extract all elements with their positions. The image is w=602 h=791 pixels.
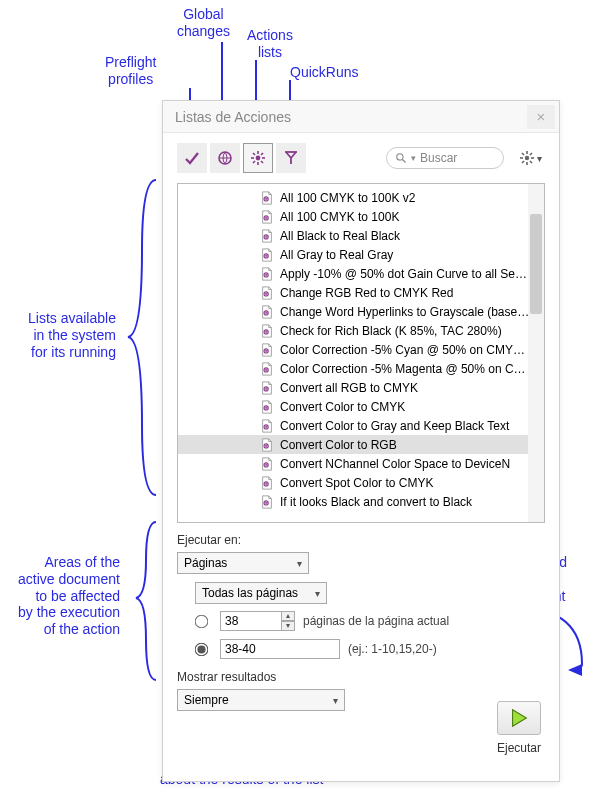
action-list-icon	[258, 381, 276, 395]
list-item-label: Convert Color to CMYK	[280, 400, 544, 414]
action-list-icon	[258, 400, 276, 414]
show-results-select[interactable]: Siempre▾	[177, 689, 345, 711]
search-placeholder: Buscar	[420, 151, 457, 165]
list-item[interactable]: All Gray to Real Gray	[178, 245, 544, 264]
list-item-label: Convert Color to RGB	[280, 438, 544, 452]
ann-lists-available: Lists available in the system for its ru…	[28, 310, 116, 360]
close-button[interactable]: ×	[527, 105, 555, 129]
scope-select[interactable]: Páginas▾	[177, 552, 309, 574]
action-list-icon	[258, 419, 276, 433]
page-range-hint: (ej.: 1-10,15,20-)	[348, 642, 437, 656]
page-range-radio[interactable]	[195, 642, 209, 656]
search-caret-icon: ▾	[411, 153, 416, 163]
action-list-icon	[258, 457, 276, 471]
run-button-caption: Ejecutar	[493, 741, 545, 755]
list-item[interactable]: Check for Rich Black (K 85%, TAC 280%)	[178, 321, 544, 340]
quickruns-button[interactable]	[276, 143, 306, 173]
svg-line-22	[522, 153, 524, 155]
list-item[interactable]: All 100 CMYK to 100K v2	[178, 188, 544, 207]
action-list-icon	[258, 343, 276, 357]
execute-on-heading: Ejecutar en:	[177, 533, 545, 547]
action-list-icon	[258, 248, 276, 262]
action-list-icon	[258, 286, 276, 300]
svg-line-25	[522, 161, 524, 163]
global-changes-button[interactable]	[210, 143, 240, 173]
actions-list-dialog: Listas de Acciones × ▾	[162, 100, 560, 782]
action-list-icon	[258, 229, 276, 243]
list-item-label: Color Correction -5% Magenta @ 50% on C…	[280, 362, 544, 376]
list-item-label: Change RGB Red to CMYK Red	[280, 286, 544, 300]
list-item[interactable]: Convert Color to Gray and Keep Black Tex…	[178, 416, 544, 435]
run-button[interactable]	[497, 701, 541, 735]
preflight-profiles-button[interactable]	[177, 143, 207, 173]
list-item[interactable]: Convert Color to CMYK	[178, 397, 544, 416]
ann-preflight: Preflight profiles	[105, 54, 156, 88]
list-item[interactable]: All Black to Real Black	[178, 226, 544, 245]
svg-point-17	[524, 156, 528, 160]
ann-quickruns: QuickRuns	[290, 64, 358, 81]
svg-line-11	[253, 153, 255, 155]
list-item-label: All 100 CMYK to 100K v2	[280, 191, 544, 205]
list-item-label: Color Correction -5% Cyan @ 50% on CMY…	[280, 343, 544, 357]
list-item-label: Change Word Hyperlinks to Grayscale (bas…	[280, 305, 544, 319]
window-title: Listas de Acciones	[175, 109, 291, 125]
list-item[interactable]: Convert NChannel Color Space to DeviceN	[178, 454, 544, 473]
scrollbar[interactable]	[528, 184, 544, 522]
svg-line-23	[530, 161, 532, 163]
list-item-label: Check for Rich Black (K 85%, TAC 280%)	[280, 324, 544, 338]
action-list-icon	[258, 267, 276, 281]
ann-areas: Areas of the active document to be affec…	[18, 554, 120, 638]
list-item[interactable]: Convert Spot Color to CMYK	[178, 473, 544, 492]
scope-select-value: Páginas	[184, 556, 227, 570]
action-list-icon	[258, 324, 276, 338]
svg-line-14	[253, 161, 255, 163]
list-item[interactable]: Change RGB Red to CMYK Red	[178, 283, 544, 302]
list-item[interactable]: If it looks Black and convert to Black	[178, 492, 544, 511]
svg-point-15	[397, 154, 403, 160]
list-item[interactable]: Change Word Hyperlinks to Grayscale (bas…	[178, 302, 544, 321]
chevron-down-icon: ▾	[537, 153, 542, 164]
action-list-icon	[258, 476, 276, 490]
ann-actions: Actions lists	[247, 27, 293, 61]
pages-select-value: Todas las páginas	[202, 586, 298, 600]
list-item[interactable]: All 100 CMYK to 100K	[178, 207, 544, 226]
options-menu-button[interactable]: ▾	[515, 143, 545, 173]
actions-lists-button[interactable]	[243, 143, 273, 173]
play-icon	[508, 707, 530, 729]
relative-pages-suffix: páginas de la página actual	[303, 614, 449, 628]
titlebar: Listas de Acciones ×	[163, 101, 559, 133]
search-input[interactable]: ▾ Buscar	[386, 147, 504, 169]
svg-line-16	[403, 160, 406, 163]
list-item-label: All Black to Real Black	[280, 229, 544, 243]
list-item-label: Convert NChannel Color Space to DeviceN	[280, 457, 544, 471]
list-item[interactable]: Color Correction -5% Magenta @ 50% on C…	[178, 359, 544, 378]
action-list-icon	[258, 362, 276, 376]
relative-pages-input[interactable]	[220, 611, 282, 631]
action-list-icon	[258, 495, 276, 509]
action-list-icon	[258, 210, 276, 224]
svg-line-12	[261, 161, 263, 163]
list-item-label: Convert all RGB to CMYK	[280, 381, 544, 395]
list-item[interactable]: Convert Color to RGB	[178, 435, 544, 454]
svg-point-6	[256, 156, 261, 161]
list-item[interactable]: Apply -10% @ 50% dot Gain Curve to all S…	[178, 264, 544, 283]
list-item[interactable]: Convert all RGB to CMYK	[178, 378, 544, 397]
list-item-label: All Gray to Real Gray	[280, 248, 544, 262]
show-results-value: Siempre	[184, 693, 229, 707]
pages-select[interactable]: Todas las páginas▾	[195, 582, 327, 604]
toolbar: ▾ Buscar ▾	[163, 133, 559, 183]
ann-global: Global changes	[177, 6, 230, 40]
list-item[interactable]: Color Correction -5% Cyan @ 50% on CMY…	[178, 340, 544, 359]
execute-on-section: Ejecutar en: Páginas▾ Todas las páginas▾…	[163, 523, 559, 664]
show-results-heading: Mostrar resultados	[177, 670, 545, 684]
list-item-label: Convert Color to Gray and Keep Black Tex…	[280, 419, 544, 433]
list-item-label: If it looks Black and convert to Black	[280, 495, 544, 509]
svg-line-24	[530, 153, 532, 155]
page-range-input[interactable]	[220, 639, 340, 659]
action-list-icon	[258, 305, 276, 319]
stepper[interactable]: ▴▾	[281, 611, 295, 631]
scrollbar-thumb[interactable]	[530, 214, 542, 314]
relative-pages-radio[interactable]	[195, 614, 209, 628]
actions-listbox: All 100 CMYK to 100K v2All 100 CMYK to 1…	[177, 183, 545, 523]
action-list-icon	[258, 191, 276, 205]
